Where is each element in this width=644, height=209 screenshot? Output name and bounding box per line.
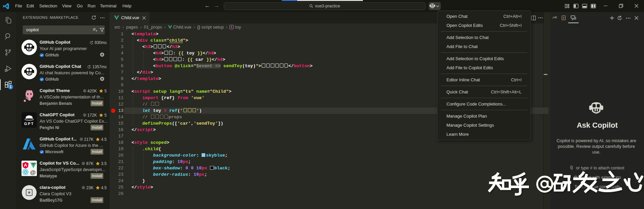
svg-text:A: A	[24, 163, 27, 168]
svg-text:@: @	[30, 169, 36, 176]
svg-text:GPT: GPT	[24, 122, 34, 126]
